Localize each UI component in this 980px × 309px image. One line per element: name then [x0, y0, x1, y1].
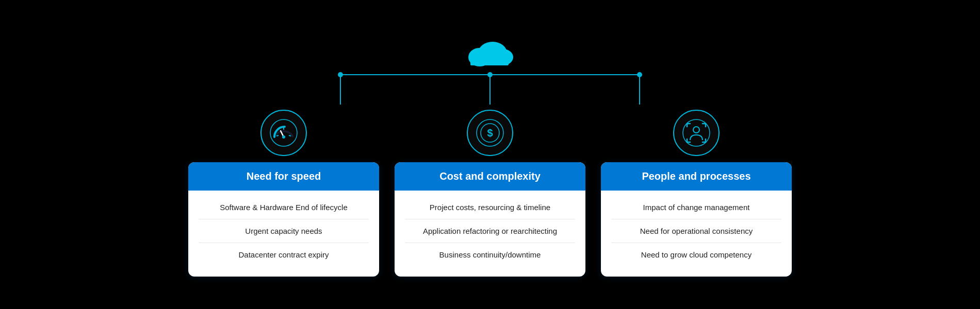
list-item: Datacenter contract expiry	[199, 243, 369, 266]
svg-line-13	[276, 135, 279, 136]
card-speed: Need for speed Software & Hardware End o…	[188, 162, 379, 277]
list-item: Application refactoring or rearchitectin…	[405, 219, 575, 243]
dollar-icon: $	[467, 110, 513, 156]
column-speed: Need for speed Software & Hardware End o…	[188, 110, 379, 277]
card-header-speed: Need for speed	[188, 162, 379, 191]
cloud-icon	[464, 32, 516, 68]
list-item: Urgent capacity needs	[199, 219, 369, 243]
card-header-cost: Cost and complexity	[395, 162, 585, 191]
svg-text:$: $	[487, 127, 493, 139]
card-people: People and processes Impact of change ma…	[601, 162, 792, 277]
list-item: Need to grow cloud competency	[611, 243, 781, 266]
svg-point-21	[693, 127, 699, 133]
svg-point-16	[282, 135, 285, 139]
speedometer-icon	[260, 110, 307, 156]
list-item: Impact of change management	[611, 196, 781, 219]
svg-point-8	[338, 72, 343, 77]
card-body-people: Impact of change management Need for ope…	[601, 191, 792, 277]
svg-line-14	[289, 135, 291, 136]
svg-point-9	[487, 72, 493, 77]
column-cost: $ Cost and complexity Project costs, res…	[395, 110, 585, 277]
svg-rect-3	[470, 57, 509, 65]
list-item: Software & Hardware End of lifecycle	[199, 196, 369, 219]
columns-container: Need for speed Software & Hardware End o…	[155, 110, 825, 277]
list-item: Business continuity/downtime	[405, 243, 575, 266]
card-body-speed: Software & Hardware End of lifecycle Urg…	[188, 191, 379, 277]
card-body-cost: Project costs, resourcing & timeline App…	[395, 191, 585, 277]
svg-point-10	[637, 72, 642, 77]
card-header-people: People and processes	[601, 162, 792, 191]
list-item: Project costs, resourcing & timeline	[405, 196, 575, 219]
list-item: Need for operational consistency	[611, 219, 781, 243]
person-target-icon	[673, 110, 720, 156]
column-people: People and processes Impact of change ma…	[601, 110, 792, 277]
card-cost: Cost and complexity Project costs, resou…	[395, 162, 585, 277]
diagram: Need for speed Software & Hardware End o…	[155, 32, 825, 277]
connector-lines	[268, 68, 712, 110]
